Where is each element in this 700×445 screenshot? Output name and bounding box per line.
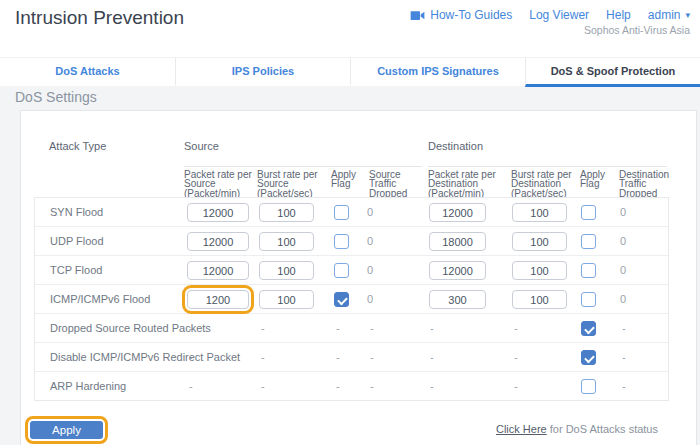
log-viewer-link[interactable]: Log Viewer bbox=[529, 8, 589, 22]
src-packet-rate-dash: - bbox=[189, 372, 193, 401]
src-packet-rate-input[interactable] bbox=[187, 232, 249, 251]
column-header-attack-type: Attack Type bbox=[49, 140, 106, 152]
table-row-icmp-flood: ICMP/ICMPv6 Flood 0 0 bbox=[35, 285, 668, 314]
dst-traffic-dropped-dash: - bbox=[622, 343, 626, 372]
src-apply-flag-checkbox[interactable] bbox=[334, 263, 349, 278]
subheader-dst-apply-flag: Apply Flag bbox=[580, 170, 616, 189]
dos-settings-panel: Attack Type Source Destination Packet ra… bbox=[20, 110, 697, 445]
dst-burst-rate-dash: - bbox=[514, 343, 518, 372]
src-apply-flag-checkbox[interactable] bbox=[334, 234, 349, 249]
dst-packet-rate-dash: - bbox=[430, 314, 434, 343]
dst-burst-rate-input[interactable] bbox=[512, 290, 567, 309]
dst-packet-rate-input[interactable] bbox=[429, 261, 486, 280]
dst-burst-rate-input[interactable] bbox=[512, 232, 567, 251]
dst-packet-rate-dash: - bbox=[430, 343, 434, 372]
apply-button[interactable]: Apply bbox=[30, 421, 103, 439]
src-burst-rate-input[interactable] bbox=[259, 290, 314, 309]
dst-packet-rate-dash: - bbox=[430, 372, 434, 401]
tab-dos-attacks[interactable]: DoS Attacks bbox=[0, 58, 175, 87]
admin-label: admin bbox=[648, 8, 681, 22]
dos-attacks-status-link[interactable]: Click Here bbox=[496, 423, 547, 435]
table-row-disable-icmp-redirect: Disable ICMP/ICMPv6 Redirect Packet - - … bbox=[35, 343, 668, 372]
section-title: DoS Settings bbox=[15, 89, 97, 105]
subheader-src-apply-flag: Apply Flag bbox=[331, 170, 365, 189]
dst-burst-rate-input[interactable] bbox=[512, 261, 567, 280]
attack-type-label: UDP Flood bbox=[50, 227, 104, 255]
how-to-guides-link[interactable]: How-To Guides bbox=[410, 8, 512, 22]
src-packet-rate-input-highlighted[interactable] bbox=[187, 290, 249, 309]
attack-type-label: Dropped Source Routed Packets bbox=[50, 314, 211, 342]
table-row-dropped-source-routed: Dropped Source Routed Packets - - - - - … bbox=[35, 314, 668, 343]
dst-burst-rate-input[interactable] bbox=[512, 203, 567, 222]
dst-traffic-dropped-value: 0 bbox=[620, 285, 626, 314]
src-apply-flag-dash: - bbox=[336, 372, 340, 401]
column-group-source: Source bbox=[184, 140, 219, 152]
admin-menu[interactable]: admin ▾ bbox=[648, 8, 690, 22]
tab-dos-spoof-protection[interactable]: DoS & Spoof Protection bbox=[525, 58, 700, 87]
table-row-udp-flood: UDP Flood 0 0 bbox=[35, 227, 668, 256]
source-group-divider bbox=[184, 166, 422, 167]
dst-apply-flag-checkbox[interactable] bbox=[581, 292, 596, 307]
src-packet-rate-input[interactable] bbox=[187, 203, 249, 222]
dst-apply-flag-checkbox[interactable] bbox=[581, 263, 596, 278]
subheader-dst-packet-rate: Packet rate per Destination (Packet/min) bbox=[428, 170, 506, 198]
destination-group-divider bbox=[428, 166, 667, 167]
video-camera-icon bbox=[410, 10, 425, 21]
src-traffic-dropped-dash: - bbox=[370, 372, 374, 401]
tab-ips-policies[interactable]: IPS Policies bbox=[175, 58, 350, 87]
src-packet-rate-dash: - bbox=[189, 314, 193, 343]
how-to-guides-label: How-To Guides bbox=[430, 8, 512, 22]
src-packet-rate-input[interactable] bbox=[187, 261, 249, 280]
table-row-syn-flood: SYN Flood 0 0 bbox=[35, 198, 668, 227]
dst-traffic-dropped-dash: - bbox=[622, 372, 626, 401]
top-bar: Intrusion Prevention How-To Guides Log V… bbox=[0, 0, 700, 57]
dst-traffic-dropped-dash: - bbox=[622, 314, 626, 343]
src-burst-rate-dash: - bbox=[261, 314, 265, 343]
table-row-arp-hardening: ARP Hardening - - - - - - - bbox=[35, 372, 668, 401]
dst-traffic-dropped-value: 0 bbox=[620, 256, 626, 285]
src-burst-rate-dash: - bbox=[261, 372, 265, 401]
src-traffic-dropped-value: 0 bbox=[367, 227, 373, 256]
src-burst-rate-dash: - bbox=[261, 343, 265, 372]
attack-type-label: SYN Flood bbox=[50, 198, 103, 226]
table-row-tcp-flood: TCP Flood 0 0 bbox=[35, 256, 668, 285]
dst-burst-rate-dash: - bbox=[514, 314, 518, 343]
src-apply-flag-checkbox-highlighted[interactable] bbox=[334, 292, 349, 307]
src-apply-flag-dash: - bbox=[336, 343, 340, 372]
attack-type-label: ARP Hardening bbox=[50, 372, 126, 400]
attack-type-label: Disable ICMP/ICMPv6 Redirect Packet bbox=[50, 343, 240, 371]
subheader-src-burst-rate: Burst rate per Source (Packet/sec) bbox=[257, 170, 329, 198]
src-traffic-dropped-dash: - bbox=[370, 343, 374, 372]
src-traffic-dropped-value: 0 bbox=[367, 285, 373, 314]
dst-apply-flag-checkbox[interactable] bbox=[581, 379, 596, 394]
chevron-down-icon: ▾ bbox=[685, 10, 690, 20]
attack-type-label: ICMP/ICMPv6 Flood bbox=[50, 285, 150, 313]
dst-traffic-dropped-value: 0 bbox=[620, 198, 626, 227]
dst-packet-rate-input[interactable] bbox=[429, 290, 486, 309]
dst-apply-flag-checkbox[interactable] bbox=[581, 350, 596, 365]
src-traffic-dropped-value: 0 bbox=[367, 256, 373, 285]
dos-attacks-status-line: Click Here for DoS Attacks status bbox=[496, 423, 658, 435]
intrusion-prevention-page: Intrusion Prevention How-To Guides Log V… bbox=[0, 0, 700, 445]
subheader-src-packet-rate: Packet rate per Source (Packet/min) bbox=[184, 170, 256, 198]
dos-attacks-status-suffix: for DoS Attacks status bbox=[547, 423, 658, 435]
src-apply-flag-dash: - bbox=[336, 314, 340, 343]
org-name: Sophos Anti-Virus Asia bbox=[584, 24, 690, 36]
dst-packet-rate-input[interactable] bbox=[429, 232, 486, 251]
src-apply-flag-checkbox[interactable] bbox=[334, 205, 349, 220]
subheader-dst-traffic-dropped: Destination Traffic Dropped bbox=[619, 170, 679, 198]
tab-custom-ips-signatures[interactable]: Custom IPS Signatures bbox=[350, 58, 525, 87]
src-traffic-dropped-value: 0 bbox=[367, 198, 373, 227]
dst-apply-flag-checkbox[interactable] bbox=[581, 205, 596, 220]
src-burst-rate-input[interactable] bbox=[259, 232, 314, 251]
dst-apply-flag-checkbox[interactable] bbox=[581, 321, 596, 336]
dst-apply-flag-checkbox[interactable] bbox=[581, 234, 596, 249]
column-group-destination: Destination bbox=[428, 140, 483, 152]
src-burst-rate-input[interactable] bbox=[259, 261, 314, 280]
subheader-src-traffic-dropped: Source Traffic Dropped bbox=[369, 170, 425, 198]
src-burst-rate-input[interactable] bbox=[259, 203, 314, 222]
dst-burst-rate-dash: - bbox=[514, 372, 518, 401]
dst-packet-rate-input[interactable] bbox=[429, 203, 486, 222]
subheader-dst-burst-rate: Burst rate per Destination (Packet/sec) bbox=[511, 170, 579, 198]
help-link[interactable]: Help bbox=[606, 8, 631, 22]
